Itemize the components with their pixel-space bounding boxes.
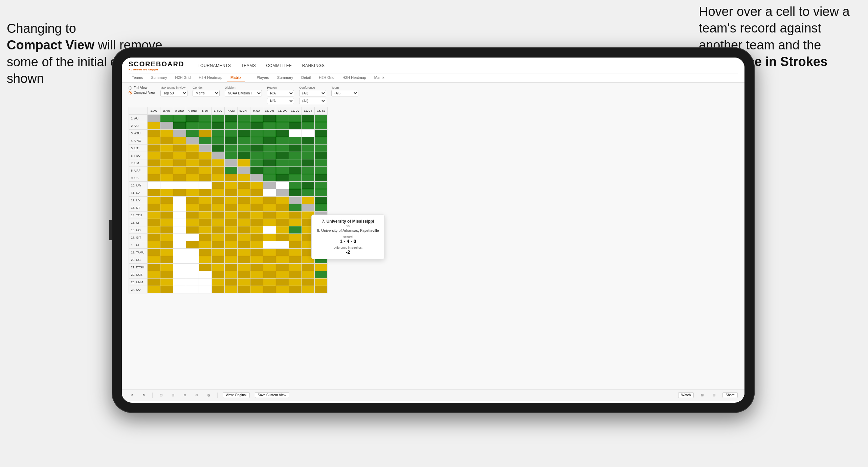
subnav-h2h-grid2[interactable]: H2H Grid: [315, 73, 338, 82]
matrix-cell[interactable]: [199, 264, 212, 271]
matrix-cell[interactable]: [173, 241, 186, 249]
matrix-cell[interactable]: [199, 241, 212, 249]
matrix-cell[interactable]: [238, 256, 250, 264]
matrix-cell[interactable]: [148, 174, 160, 182]
matrix-cell[interactable]: [212, 279, 225, 286]
matrix-cell[interactable]: [148, 137, 160, 144]
toolbar-icon1[interactable]: ⊡: [158, 393, 164, 398]
matrix-cell[interactable]: [225, 189, 238, 197]
matrix-cell[interactable]: [250, 249, 263, 256]
matrix-cell[interactable]: [315, 152, 328, 159]
matrix-cell[interactable]: [212, 152, 225, 159]
matrix-cell[interactable]: [263, 249, 276, 256]
matrix-cell[interactable]: [173, 279, 186, 286]
matrix-cell[interactable]: [160, 234, 173, 241]
matrix-cell[interactable]: [289, 152, 302, 159]
nav-committee[interactable]: COMMITTEE: [266, 62, 292, 69]
matrix-cell[interactable]: [225, 197, 238, 204]
matrix-cell[interactable]: [225, 279, 238, 286]
matrix-cell[interactable]: [212, 271, 225, 279]
matrix-cell[interactable]: [276, 264, 289, 271]
matrix-cell[interactable]: [186, 256, 199, 264]
subnav-matrix2[interactable]: Matrix: [371, 73, 388, 82]
matrix-cell[interactable]: [199, 137, 212, 144]
matrix-cell[interactable]: [250, 167, 263, 174]
matrix-cell[interactable]: [148, 144, 160, 152]
matrix-cell[interactable]: [225, 115, 238, 122]
matrix-cell[interactable]: [276, 249, 289, 256]
matrix-cell[interactable]: [186, 182, 199, 189]
matrix-cell[interactable]: [186, 219, 199, 226]
conference-select1[interactable]: (All): [299, 90, 326, 96]
matrix-cell[interactable]: [289, 115, 302, 122]
matrix-cell[interactable]: [186, 115, 199, 122]
matrix-cell[interactable]: [315, 159, 328, 167]
matrix-cell[interactable]: [173, 115, 186, 122]
matrix-cell[interactable]: [148, 122, 160, 130]
matrix-cell[interactable]: [238, 115, 250, 122]
matrix-cell[interactable]: [315, 137, 328, 144]
matrix-cell[interactable]: [238, 174, 250, 182]
matrix-cell[interactable]: [160, 182, 173, 189]
matrix-cell[interactable]: [186, 167, 199, 174]
matrix-cell[interactable]: [148, 256, 160, 264]
matrix-cell[interactable]: [238, 226, 250, 234]
toolbar-icon4[interactable]: ⊙: [193, 393, 200, 398]
matrix-cell[interactable]: [225, 137, 238, 144]
matrix-cell[interactable]: [173, 167, 186, 174]
matrix-cell[interactable]: [276, 182, 289, 189]
matrix-cell[interactable]: [276, 130, 289, 137]
matrix-cell[interactable]: [289, 182, 302, 189]
subnav-matrix1[interactable]: Matrix: [227, 73, 245, 82]
compact-view-radio[interactable]: [129, 91, 132, 94]
matrix-cell[interactable]: [173, 137, 186, 144]
matrix-cell[interactable]: [199, 130, 212, 137]
matrix-cell[interactable]: [173, 122, 186, 130]
matrix-cell[interactable]: [225, 159, 238, 167]
matrix-cell[interactable]: [160, 249, 173, 256]
matrix-cell[interactable]: [173, 212, 186, 219]
matrix-cell[interactable]: [148, 234, 160, 241]
compact-view-option[interactable]: Compact View: [129, 91, 155, 94]
matrix-cell[interactable]: [315, 264, 328, 271]
matrix-cell[interactable]: [238, 241, 250, 249]
matrix-cell[interactable]: [148, 279, 160, 286]
matrix-cell[interactable]: [289, 122, 302, 130]
matrix-cell[interactable]: [302, 137, 315, 144]
matrix-cell[interactable]: [160, 271, 173, 279]
matrix-cell[interactable]: [263, 122, 276, 130]
matrix-cell[interactable]: [173, 159, 186, 167]
matrix-cell[interactable]: [148, 264, 160, 271]
full-view-option[interactable]: Full View: [129, 86, 155, 90]
matrix-cell[interactable]: [160, 130, 173, 137]
matrix-cell[interactable]: [315, 167, 328, 174]
matrix-cell[interactable]: [148, 115, 160, 122]
matrix-cell[interactable]: [212, 182, 225, 189]
matrix-cell[interactable]: [199, 189, 212, 197]
matrix-cell[interactable]: [315, 189, 328, 197]
matrix-cell[interactable]: [276, 167, 289, 174]
matrix-cell[interactable]: [276, 286, 289, 293]
matrix-cell[interactable]: [302, 152, 315, 159]
matrix-cell[interactable]: [250, 159, 263, 167]
matrix-cell[interactable]: [225, 256, 238, 264]
matrix-cell[interactable]: [263, 286, 276, 293]
matrix-cell[interactable]: [315, 130, 328, 137]
matrix-cell[interactable]: [276, 219, 289, 226]
matrix-cell[interactable]: [212, 159, 225, 167]
matrix-cell[interactable]: [302, 204, 315, 212]
matrix-cell[interactable]: [276, 115, 289, 122]
matrix-cell[interactable]: [238, 137, 250, 144]
matrix-cell[interactable]: [225, 204, 238, 212]
matrix-cell[interactable]: [302, 167, 315, 174]
matrix-cell[interactable]: [186, 144, 199, 152]
team-select[interactable]: (All): [331, 90, 358, 96]
matrix-cell[interactable]: [302, 159, 315, 167]
matrix-cell[interactable]: [160, 167, 173, 174]
region-select2[interactable]: N/A: [267, 98, 294, 104]
matrix-cell[interactable]: [250, 286, 263, 293]
matrix-cell[interactable]: [238, 152, 250, 159]
matrix-cell[interactable]: [276, 174, 289, 182]
save-custom-button[interactable]: Save Custom View: [255, 392, 289, 398]
matrix-cell[interactable]: [160, 144, 173, 152]
